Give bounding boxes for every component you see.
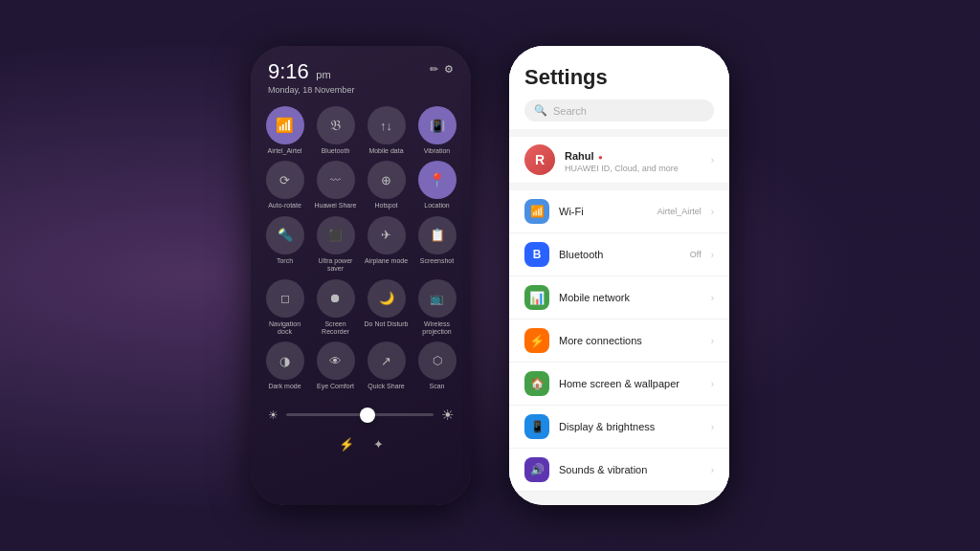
autorotate-icon: ⟳ (279, 173, 290, 187)
home-chevron-icon: › (711, 379, 714, 389)
mobile-data-label: Mobile data (368, 147, 403, 155)
right-phone-screen: Settings 🔍 Search R Rahul ● HUAWEI ID, C… (509, 46, 729, 505)
control-autorotate[interactable]: ⟳ Auto-rotate (262, 161, 307, 209)
control-airplane[interactable]: ✈ Airplane mode (364, 216, 409, 274)
control-eye-comfort[interactable]: 👁 Eye Comfort (313, 342, 358, 390)
brightness-track[interactable] (286, 413, 434, 416)
conn-chevron-icon: › (711, 336, 714, 346)
nav-dock-btn[interactable]: ◻ (266, 279, 304, 318)
control-location[interactable]: 📍 Location (414, 161, 459, 209)
mobile-network-chevron-icon: › (711, 293, 714, 303)
brightness-low-icon: ☀ (268, 408, 278, 422)
sound-settings-icon: 🔊 (530, 463, 545, 476)
sound-icon-wrap: 🔊 (524, 457, 549, 482)
phones-container: 9:16 pm Monday, 18 November ✏ ⚙ 📶 Airtel… (251, 46, 729, 505)
profile-row[interactable]: R Rahul ● HUAWEI ID, Cloud, and more › (509, 137, 729, 183)
dnd-label: Do Not Disturb (365, 320, 409, 328)
charge-icon: ✦ (373, 437, 384, 452)
wifi-icon: 📶 (276, 117, 294, 134)
bluetooth-btn[interactable]: 𝔅 (317, 106, 355, 144)
settings-item-bluetooth[interactable]: B Bluetooth Off › (509, 233, 729, 276)
eye-comfort-icon: 👁 (329, 354, 342, 368)
settings-item-display[interactable]: 📱 Display & brightness › (509, 406, 729, 449)
left-phone-screen: 9:16 pm Monday, 18 November ✏ ⚙ 📶 Airtel… (251, 46, 471, 505)
screen-recorder-btn[interactable]: ⏺ (317, 279, 355, 318)
quick-share-icon: ↗ (381, 354, 391, 368)
control-dnd[interactable]: 🌙 Do Not Disturb (364, 279, 409, 337)
time-value: 9:16 (268, 59, 309, 83)
dnd-btn[interactable]: 🌙 (368, 279, 406, 318)
search-bar[interactable]: 🔍 Search (524, 99, 714, 121)
dnd-icon: 🌙 (379, 291, 394, 305)
control-bluetooth[interactable]: 𝔅 Bluetooth (313, 106, 358, 155)
conn-item-label: More connections (559, 335, 702, 346)
control-nav-dock[interactable]: ◻ Navigation dock (262, 279, 307, 337)
status-bar: 9:16 pm Monday, 18 November ✏ ⚙ (251, 46, 471, 99)
vibration-btn[interactable]: 📳 (418, 106, 457, 144)
eye-comfort-btn[interactable]: 👁 (317, 342, 355, 380)
location-icon: 📍 (429, 172, 445, 187)
profile-sub-text: HUAWEI ID, Cloud, and more (565, 164, 702, 173)
control-vibration[interactable]: 📳 Vibration (414, 106, 459, 155)
control-ultra-power[interactable]: ⬛ Ultra power saver (313, 216, 358, 274)
torch-label: Torch (277, 257, 293, 265)
ampm-value: pm (316, 69, 330, 80)
wifi-item-text: Wi-Fi (559, 206, 648, 217)
display-item-label: Display & brightness (559, 421, 702, 432)
profile-chevron-icon: › (711, 155, 714, 165)
mobile-network-item-label: Mobile network (559, 292, 702, 303)
edit-icon: ✏ (430, 63, 438, 76)
control-screenshot[interactable]: 📋 Screenshot (414, 216, 459, 274)
vibration-label: Vibration (424, 147, 451, 155)
phone-bottom-bar: ⚡ ✦ (251, 431, 471, 457)
control-wifi[interactable]: 📶 Airtel_Airtel (262, 106, 307, 155)
control-torch[interactable]: 🔦 Torch (262, 216, 307, 274)
control-mobile-data[interactable]: ↑↓ Mobile data (364, 106, 409, 155)
settings-item-sounds[interactable]: 🔊 Sounds & vibration › (509, 449, 729, 492)
search-placeholder: Search (553, 105, 587, 117)
profile-dot-icon: ● (598, 153, 603, 162)
brightness-thumb[interactable] (360, 408, 375, 423)
home-settings-icon: 🏠 (530, 377, 545, 390)
settings-item-more-connections[interactable]: ⚡ More connections › (509, 320, 729, 363)
settings-icon[interactable]: ⚙ (444, 63, 454, 76)
control-screen-recorder[interactable]: ⏺ Screen Recorder (313, 279, 358, 337)
wifi-icon-wrap: 📶 (524, 199, 549, 224)
autorotate-btn[interactable]: ⟳ (266, 161, 304, 199)
sound-item-text: Sounds & vibration (559, 464, 702, 475)
hotspot-icon: ⊕ (381, 173, 391, 187)
bt-item-label: Bluetooth (559, 249, 680, 260)
dark-mode-label: Dark mode (268, 383, 301, 390)
settings-item-home-screen[interactable]: 🏠 Home screen & wallpaper › (509, 363, 729, 406)
quick-share-btn[interactable]: ↗ (368, 342, 406, 380)
control-dark-mode[interactable]: ◑ Dark mode (262, 342, 307, 390)
control-hotspot[interactable]: ⊕ Hotspot (364, 161, 409, 209)
nav-dock-icon: ◻ (280, 292, 290, 305)
screenshot-label: Screenshot (420, 257, 454, 265)
control-wireless-proj[interactable]: 📺 Wireless projection (414, 279, 459, 337)
settings-item-mobile-network[interactable]: 📊 Mobile network › (509, 276, 729, 320)
scan-btn[interactable]: ⬡ (418, 342, 457, 380)
bt-icon-wrap: B (524, 242, 549, 267)
screenshot-btn[interactable]: 📋 (418, 216, 457, 254)
settings-item-wifi[interactable]: 📶 Wi-Fi Airtel_Airtel › (509, 190, 729, 233)
wifi-btn[interactable]: 📶 (266, 106, 304, 144)
control-scan[interactable]: ⬡ Scan (414, 342, 459, 390)
flash-icon: ⚡ (339, 437, 354, 452)
mobile-data-btn[interactable]: ↑↓ (368, 106, 406, 144)
dark-mode-btn[interactable]: ◑ (266, 342, 304, 380)
ultra-power-btn[interactable]: ⬛ (317, 216, 355, 254)
bluetooth-label: Bluetooth (322, 147, 350, 155)
wireless-proj-btn[interactable]: 📺 (418, 279, 457, 318)
location-label: Location (424, 202, 449, 209)
screenshot-icon: 📋 (430, 228, 445, 242)
airplane-btn[interactable]: ✈ (368, 216, 406, 254)
location-btn[interactable]: 📍 (418, 161, 457, 199)
hotspot-btn[interactable]: ⊕ (368, 161, 406, 199)
control-quick-share[interactable]: ↗ Quick Share (364, 342, 409, 390)
bt-settings-icon: B (533, 248, 542, 261)
huawei-share-btn[interactable]: 〰 (317, 161, 355, 199)
torch-btn[interactable]: 🔦 (266, 216, 304, 254)
control-huawei-share[interactable]: 〰 Huawei Share (313, 161, 358, 209)
mobile-network-item-text: Mobile network (559, 292, 702, 303)
